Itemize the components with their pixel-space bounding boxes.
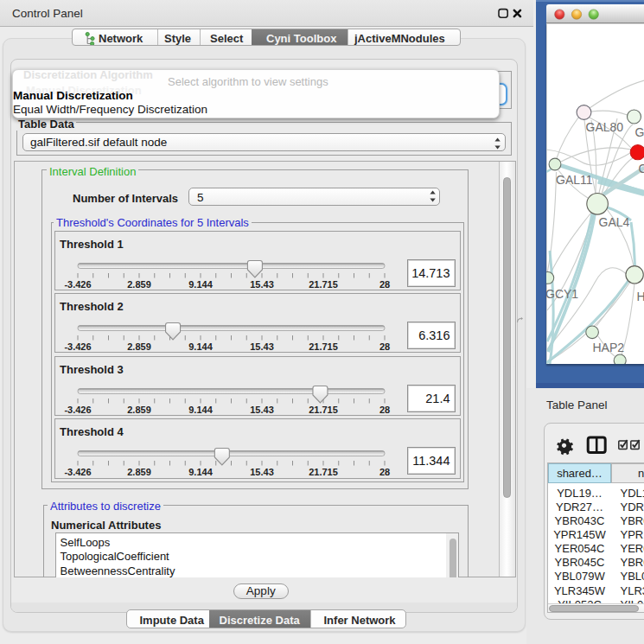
svg-text:9.144: 9.144 bbox=[188, 279, 213, 290]
svg-text:28: 28 bbox=[379, 341, 390, 352]
svg-text:-3.426: -3.426 bbox=[64, 341, 91, 352]
svg-text:-3.426: -3.426 bbox=[64, 405, 91, 415]
svg-text:9.144: 9.144 bbox=[188, 467, 213, 477]
svg-text:2.859: 2.859 bbox=[127, 405, 151, 415]
svg-text:H: H bbox=[636, 290, 644, 303]
svg-text:GA: GA bbox=[634, 125, 644, 139]
svg-text:GAL80: GAL80 bbox=[585, 120, 623, 134]
svg-text:C: C bbox=[638, 162, 644, 175]
svg-text:GAL11: GAL11 bbox=[556, 173, 593, 187]
svg-text:28: 28 bbox=[379, 279, 390, 290]
svg-text:2.859: 2.859 bbox=[127, 341, 151, 352]
svg-text:9.144: 9.144 bbox=[188, 341, 213, 352]
svg-text:-3.426: -3.426 bbox=[64, 279, 91, 290]
svg-text:2.859: 2.859 bbox=[127, 467, 151, 477]
svg-text:-3.426: -3.426 bbox=[64, 467, 91, 477]
svg-text:28: 28 bbox=[379, 467, 390, 477]
svg-text:21.715: 21.715 bbox=[309, 467, 338, 477]
svg-text:15.43: 15.43 bbox=[250, 279, 274, 290]
svg-text:15.43: 15.43 bbox=[250, 467, 274, 477]
svg-text:15.43: 15.43 bbox=[250, 405, 274, 415]
svg-text:2.859: 2.859 bbox=[127, 279, 151, 290]
svg-text:GCY1: GCY1 bbox=[546, 287, 578, 301]
svg-text:21.715: 21.715 bbox=[309, 405, 338, 415]
svg-text:21.715: 21.715 bbox=[309, 279, 338, 290]
svg-text:21.715: 21.715 bbox=[309, 341, 338, 352]
svg-text:9.144: 9.144 bbox=[188, 405, 213, 415]
svg-text:HAP2: HAP2 bbox=[592, 341, 624, 354]
svg-text:15.43: 15.43 bbox=[250, 341, 274, 352]
svg-text:28: 28 bbox=[379, 405, 390, 415]
svg-text:GAL4: GAL4 bbox=[598, 215, 629, 229]
